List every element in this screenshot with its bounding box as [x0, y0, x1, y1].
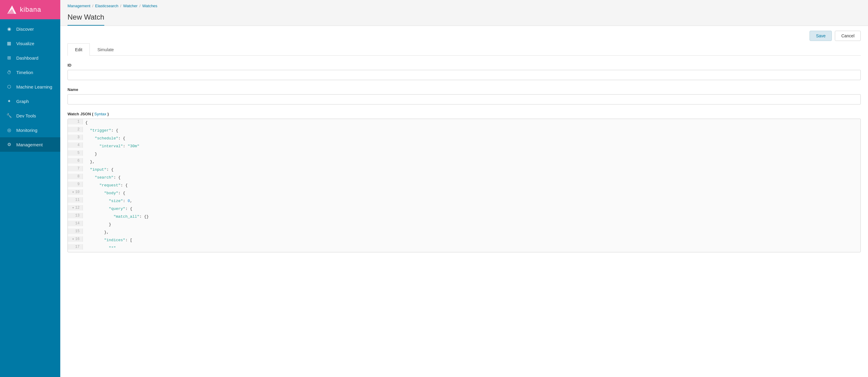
json-brace: {: [111, 167, 114, 172]
json-colon: :: [118, 136, 123, 141]
json-whitespace: [85, 238, 104, 242]
syntax-link[interactable]: Syntax: [94, 112, 106, 116]
json-colon: :: [118, 191, 123, 196]
line-content: "search": {: [83, 174, 861, 181]
json-brace: {: [85, 121, 88, 125]
line-content: },: [83, 158, 861, 166]
line-number: 14: [68, 221, 83, 226]
fold-arrow[interactable]: ▾: [72, 190, 74, 194]
json-colon: :: [114, 175, 119, 180]
cancel-button[interactable]: Cancel: [835, 31, 861, 41]
json-label: Watch JSON ( Syntax ): [67, 112, 861, 116]
json-key: "size": [109, 199, 123, 203]
line-content: "*": [83, 244, 861, 252]
line-content: "body": {: [83, 190, 861, 197]
name-label: Name: [67, 87, 861, 92]
compass-icon: ◉: [6, 26, 12, 32]
content-area: Save Cancel EditSimulate ID Name Watch J…: [60, 26, 868, 377]
breadcrumb-link-management[interactable]: Management: [67, 4, 90, 8]
json-colon: :: [106, 167, 111, 172]
sidebar-item-timelion[interactable]: ⏱ Timelion: [0, 65, 60, 79]
json-key: "input": [90, 167, 107, 172]
json-key: "schedule": [95, 136, 118, 141]
sidebar-label-machine-learning: Machine Learning: [16, 84, 52, 90]
id-input[interactable]: [67, 70, 861, 80]
name-input[interactable]: [67, 94, 861, 104]
action-bar: Save Cancel: [67, 26, 861, 43]
breadcrumb-sep: /: [120, 4, 121, 8]
line-number: ▾10: [68, 190, 83, 195]
json-colon: :: [123, 199, 128, 203]
line-content: "match_all": {}: [83, 213, 861, 221]
line-number: 9: [68, 181, 83, 187]
json-whitespace: [85, 136, 95, 141]
line-content: "indices": [: [83, 236, 861, 244]
sidebar: kibana ◉ Discover ▦ Visualize ⊞ Dashboar…: [0, 0, 60, 377]
json-whitespace: [85, 144, 99, 148]
json-key: "body": [104, 191, 118, 196]
sidebar-item-machine-learning[interactable]: ⬡ Machine Learning: [0, 79, 60, 94]
json-whitespace: [85, 160, 90, 164]
gear-icon: ⚙: [6, 141, 12, 147]
json-whitespace: [85, 199, 109, 203]
fold-arrow[interactable]: ▾: [72, 206, 74, 210]
breadcrumb-link-elasticsearch[interactable]: Elasticsearch: [95, 4, 119, 8]
json-brace: {: [125, 183, 128, 187]
code-line: 14 }: [68, 221, 861, 229]
sidebar-label-visualize: Visualize: [16, 41, 34, 46]
line-content: },: [83, 229, 861, 236]
json-brace: },: [104, 230, 109, 235]
json-brace: ,: [130, 199, 132, 203]
sidebar-item-dashboard[interactable]: ⊞ Dashboard: [0, 50, 60, 65]
sidebar-item-monitoring[interactable]: ◎ Monitoring: [0, 123, 60, 137]
code-line: 11 "size": 0,: [68, 197, 861, 205]
json-brace: {: [123, 136, 125, 141]
tab-edit[interactable]: Edit: [67, 43, 90, 56]
json-brace: },: [90, 160, 95, 164]
fold-arrow[interactable]: ▾: [72, 237, 74, 241]
code-line: 13 "match_all": {}: [68, 213, 861, 221]
json-brace: {}: [144, 214, 149, 219]
line-number: 11: [68, 197, 83, 203]
breadcrumb-link-watches[interactable]: Watches: [142, 4, 157, 8]
code-line: 9 "request": {: [68, 181, 861, 190]
grid-icon: ⊞: [6, 55, 12, 61]
code-line: 1{: [68, 119, 861, 127]
json-colon: :: [121, 183, 125, 187]
code-line: 4 "interval": "30m": [68, 142, 861, 150]
json-bracket: [: [130, 238, 132, 242]
sidebar-item-discover[interactable]: ◉ Discover: [0, 22, 60, 36]
tab-simulate[interactable]: Simulate: [90, 43, 121, 56]
sidebar-item-dev-tools[interactable]: 🔧 Dev Tools: [0, 108, 60, 123]
json-brace: {: [116, 128, 118, 133]
line-number: 15: [68, 229, 83, 234]
id-label: ID: [67, 63, 861, 67]
tab-bar: EditSimulate: [67, 43, 861, 56]
json-key: "trigger": [90, 128, 111, 133]
page-title-wrap: New Watch: [67, 10, 861, 26]
sidebar-item-visualize[interactable]: ▦ Visualize: [0, 36, 60, 50]
json-key: "indices": [104, 238, 125, 242]
page-title: New Watch: [67, 13, 104, 26]
code-line: 2 "trigger": {: [68, 127, 861, 135]
breadcrumb-link-watcher[interactable]: Watcher: [123, 4, 137, 8]
line-content: }: [83, 150, 861, 158]
sidebar-label-dev-tools: Dev Tools: [16, 113, 36, 118]
json-key: "query": [109, 207, 125, 211]
code-editor[interactable]: 1{2 "trigger": {3 "schedule": {4 "interv…: [67, 118, 861, 252]
sidebar-label-timelion: Timelion: [16, 70, 33, 75]
code-line: 5 }: [68, 150, 861, 158]
json-brace: {: [118, 175, 121, 180]
breadcrumb-sep: /: [92, 4, 93, 8]
code-line: 7 "input": {: [68, 166, 861, 174]
sidebar-label-management: Management: [16, 142, 43, 147]
code-lines: 1{2 "trigger": {3 "schedule": {4 "interv…: [68, 119, 861, 252]
save-button[interactable]: Save: [809, 31, 832, 41]
json-whitespace: [85, 246, 109, 250]
sidebar-item-management[interactable]: ⚙ Management: [0, 137, 60, 152]
line-content: "input": {: [83, 166, 861, 174]
line-content: "trigger": {: [83, 127, 861, 135]
json-key: "match_all": [114, 214, 140, 219]
sidebar-item-graph[interactable]: ✦ Graph: [0, 94, 60, 108]
line-content: "query": {: [83, 205, 861, 213]
